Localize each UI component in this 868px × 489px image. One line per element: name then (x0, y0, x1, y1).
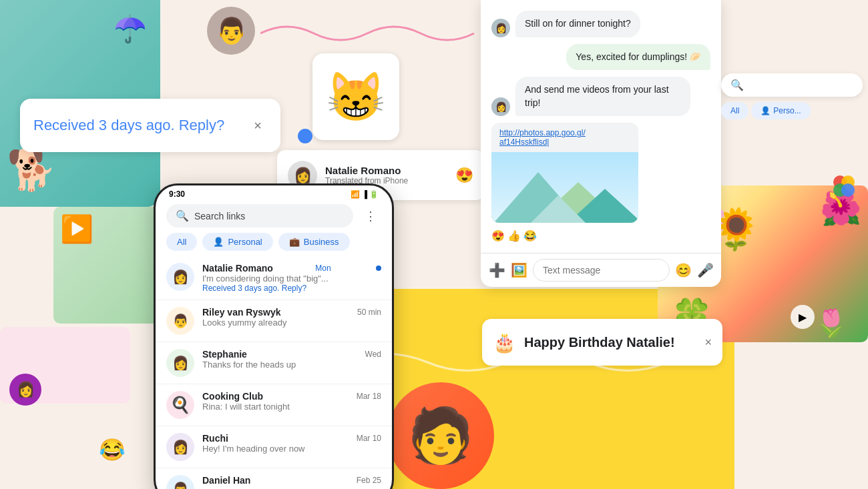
conv-name-natalie: Natalie Romano (202, 263, 273, 274)
blue-dot-decoration (298, 129, 312, 143)
search-ui-tabs: All 👤Perso... (721, 102, 863, 119)
conv-content-natalie: Natalie Romano Mon I'm considering doing… (202, 263, 381, 293)
conv-time-stephanie: Wed (365, 350, 381, 359)
conv-avatar-ruchi: 👩 (166, 433, 194, 461)
chat-messages-area: 👩 Still on for dinner tonight? Yes, exci… (481, 0, 721, 253)
play-button[interactable]: ▶ (791, 305, 815, 329)
conv-name-cooking: Cooking Club (202, 391, 263, 402)
conv-natalie[interactable]: 👩 Natalie Romano Mon I'm considering doi… (156, 256, 392, 300)
conv-time-ruchi: Mar 10 (357, 434, 381, 443)
laughing-cat-emoji: 😂 (99, 437, 126, 462)
conv-content-cooking: Cooking Club Mar 18 Rina: I will start t… (202, 391, 381, 412)
reply-prompt-text: Received 3 days ago. Reply? (33, 117, 248, 134)
msg-row-3: 👩 And send me videos from your last trip… (491, 77, 710, 116)
tab-business[interactable]: 💼Business (278, 233, 350, 251)
reply-prompt-card: Received 3 days ago. Reply? × (20, 99, 280, 152)
birthday-close-button[interactable]: × (704, 336, 712, 350)
msg-link-card[interactable]: http://photos.app.goo.gl/af14Hsskflisd| (491, 123, 638, 223)
msg-bubble-2: Yes, excited for dumplings! 🥟 (566, 44, 710, 71)
conv-content-stephanie: Stephanie Wed Thanks for the heads up (202, 349, 381, 370)
conv-reply-natalie: Received 3 days ago. Reply? (202, 284, 381, 293)
conv-avatar-daniel: 👨 (166, 475, 194, 489)
personal-icon: 👤 (213, 237, 224, 247)
emoji-icon[interactable]: 😊 (675, 262, 692, 278)
conv-stephanie[interactable]: 👩 Stephanie Wed Thanks for the heads up (156, 342, 392, 384)
tab-personal[interactable]: 👤Personal (202, 233, 272, 251)
svg-point-8 (841, 183, 855, 197)
more-options-button[interactable]: ⋮ (360, 205, 381, 227)
phone-status-bar: 9:30 📶 ▐ 🔋 (156, 185, 392, 199)
search-ui-bar[interactable]: 🔍 (721, 73, 863, 97)
wifi-icon: 📶 (351, 190, 360, 199)
conv-msg-ruchi: Hey! I'm heading over now (202, 444, 381, 454)
notif-name: Natalie Romano (325, 165, 447, 176)
wavy-decoration-top (260, 17, 481, 50)
conv-content-daniel: Daniel Han Feb 25 (202, 475, 381, 486)
conv-avatar-cooking: 🍳 (166, 391, 194, 419)
conv-riley[interactable]: 👨 Riley van Ryswyk 50 min Looks yummy al… (156, 300, 392, 342)
search-bar-text: Search links (194, 211, 245, 221)
conversation-list: 👩 Natalie Romano Mon I'm considering doi… (156, 256, 392, 489)
search-icon: 🔍 (176, 209, 189, 222)
sticker-icon[interactable]: 🖼️ (511, 262, 527, 278)
conv-ruchi[interactable]: 👩 Ruchi Mar 10 Hey! I'm heading over now (156, 426, 392, 468)
conv-time-natalie: Mon (315, 264, 331, 273)
reply-close-button[interactable]: × (248, 116, 267, 135)
search-ui-panel: 🔍 All 👤Perso... (721, 73, 868, 119)
chat-input-icons: ➕ 🖼️ (489, 262, 527, 278)
conv-name-stephanie: Stephanie (202, 349, 247, 360)
mic-icon[interactable]: 🎤 (697, 262, 714, 278)
small-avatar-left: 👩 (9, 374, 41, 406)
phone-search-bar[interactable]: 🔍 Search links (166, 204, 353, 227)
conv-time-daniel: Feb 25 (357, 476, 381, 485)
tabs-bar: All 👤Personal 💼Business (156, 233, 392, 251)
cat-mascot-card: 😸 (312, 53, 399, 140)
conv-time-cooking: Mar 18 (357, 392, 381, 401)
phone-header: 🔍 Search links ⋮ (156, 199, 392, 233)
reaction-3: 😂 (523, 229, 537, 242)
person-glasses-avatar: 🧑 (387, 382, 494, 489)
avatar-top: 👨 (207, 7, 255, 55)
notif-emoji: 😍 (455, 167, 473, 184)
phone-mockup: 9:30 📶 ▐ 🔋 🔍 Search links ⋮ All 👤Persona… (154, 183, 394, 489)
birthday-notification: 🎂 Happy Birthday Natalie! × (482, 319, 722, 366)
conv-name-riley: Riley van Ryswyk (202, 307, 281, 318)
conv-avatar-natalie: 👩 (166, 263, 194, 291)
person-icon: 👤 (761, 106, 771, 115)
chat-window: 👩 Still on for dinner tonight? Yes, exci… (481, 0, 721, 287)
conv-content-riley: Riley van Ryswyk 50 min Looks yummy alre… (202, 307, 381, 328)
tab-all[interactable]: All (166, 233, 197, 251)
birthday-text: Happy Birthday Natalie! (524, 335, 696, 350)
conv-msg-natalie: I'm considering doing that "big"... (202, 274, 381, 284)
google-photos-icon (828, 170, 860, 209)
notif-content: Natalie Romano Translated from iPhone (325, 165, 447, 185)
chat-avatar-3: 👩 (491, 97, 510, 116)
conv-msg-riley: Looks yummy already (202, 318, 381, 328)
conv-daniel[interactable]: 👨 Daniel Han Feb 25 (156, 468, 392, 489)
battery-icon: 🔋 (369, 190, 379, 199)
msg-bubble-3: And send me videos from your last trip! (515, 77, 690, 116)
conv-time-riley: 50 min (357, 308, 381, 317)
conv-cooking-club[interactable]: 🍳 Cooking Club Mar 18 Rina: I will start… (156, 384, 392, 426)
conv-msg-stephanie: Thanks for the heads up (202, 360, 381, 370)
reaction-1: 😍 (491, 229, 505, 242)
msg-bubble-1: Still on for dinner tonight? (515, 11, 640, 37)
msg-link-url: http://photos.app.goo.gl/af14Hsskflisd| (491, 123, 638, 152)
search-tab-personal[interactable]: 👤Perso... (751, 102, 810, 119)
cat-emoji: 😸 (326, 69, 386, 125)
unread-dot-natalie (376, 266, 381, 271)
attach-icon[interactable]: ➕ (489, 262, 505, 278)
birthday-emoji: 🎂 (493, 332, 516, 354)
msg-text-2: Yes, excited for dumplings! 🥟 (576, 51, 701, 62)
msg-reactions: 😍 👍 😂 (491, 229, 537, 242)
search-ui-icon: 🔍 (730, 79, 744, 91)
phone-time: 9:30 (169, 189, 185, 199)
conv-content-ruchi: Ruchi Mar 10 Hey! I'm heading over now (202, 433, 381, 454)
conv-msg-cooking: Rina: I will start tonight (202, 402, 381, 412)
chat-text-input[interactable] (533, 259, 670, 282)
reaction-2: 👍 (507, 229, 521, 242)
search-tab-all[interactable]: All (721, 102, 748, 119)
msg-link-image (491, 152, 638, 223)
business-icon: 💼 (289, 237, 300, 247)
msg-row-1: 👩 Still on for dinner tonight? (491, 11, 710, 37)
